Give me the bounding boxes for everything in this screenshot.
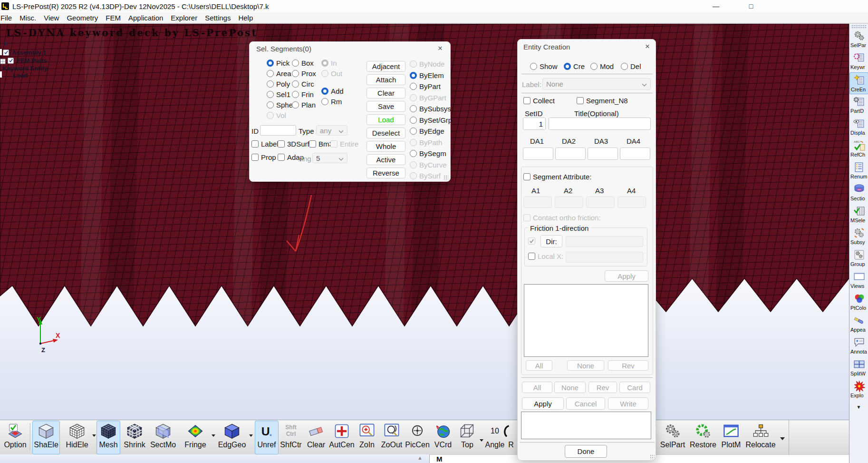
card-button[interactable]: Card (619, 382, 650, 393)
bm3-checkbox[interactable]: Bm3 (309, 140, 333, 148)
sidebar-item-selpart[interactable]: SelPar (849, 29, 868, 50)
apply-button[interactable]: Apply (522, 397, 564, 410)
toolbar-plotm[interactable]: PlotM (719, 421, 743, 454)
da2-input[interactable] (555, 148, 586, 160)
fringe-dropdown-arrow[interactable] (212, 434, 215, 437)
sidebar-item-display[interactable]: Displa (849, 116, 868, 138)
prop-checkbox[interactable]: Prop (251, 153, 276, 161)
toolbar-vcrd[interactable]: VCrd (433, 421, 453, 454)
toolbar-restore[interactable]: Restore (688, 421, 718, 454)
type-dropdown[interactable]: any (316, 125, 347, 136)
radio-byedge[interactable]: ByEdge (410, 127, 444, 135)
radio-pick[interactable]: Pick (267, 59, 289, 67)
toolbar-selpart[interactable]: SelPart (659, 421, 686, 454)
sidebar-more-arrow[interactable]: ▼ (849, 404, 868, 410)
radio-bysetgrp[interactable]: BySet/Grp (410, 116, 452, 124)
load-button[interactable]: Load (366, 114, 405, 125)
sidebar-item-annotate[interactable]: Annota (849, 335, 868, 357)
radio-byelem[interactable]: ByElem (410, 71, 444, 79)
menu-fem[interactable]: FEM (102, 14, 125, 22)
segment-attribute-checkbox[interactable]: Segment Attribute: (523, 173, 591, 180)
sidebar-item-partdata[interactable]: PartD (849, 94, 868, 116)
sidebar-item-group[interactable]: Group (849, 247, 868, 269)
adjacent-button[interactable]: Adjacent (366, 61, 405, 72)
minimize-button[interactable]: — (706, 0, 725, 12)
da4-input[interactable] (620, 148, 650, 160)
sidebar-item-ptcolor[interactable]: PtColo (849, 291, 868, 313)
resize-grip[interactable] (444, 175, 448, 180)
menu-view[interactable]: View (40, 14, 63, 22)
list-rev-button[interactable]: Rev (608, 360, 648, 371)
restore-button[interactable]: □ (742, 0, 761, 12)
radio-poly[interactable]: Poly (267, 80, 290, 88)
save-button[interactable]: Save (366, 101, 405, 112)
local-x-checkbox[interactable]: Local X: (528, 252, 563, 260)
menu-explorer[interactable]: Explorer (167, 14, 201, 22)
sidebar-item-views[interactable]: Views (849, 269, 868, 291)
da1-input[interactable] (523, 148, 553, 160)
segment-n8-checkbox[interactable]: Segment_N8 (577, 97, 628, 104)
radio-prox[interactable]: Prox (292, 69, 316, 77)
toolbar-fringe[interactable]: Fringe (182, 421, 209, 454)
clear-button[interactable]: Clear (366, 88, 405, 99)
close-icon[interactable]: × (435, 43, 445, 54)
ang-dropdown[interactable]: 5 (312, 153, 347, 163)
radio-cre[interactable]: Cre (564, 62, 585, 70)
toolbar-zoin[interactable]: ZoIn (357, 421, 377, 454)
select-none-button[interactable]: None (554, 382, 586, 393)
sidebar-item-renumber[interactable]: Renum (849, 160, 868, 182)
radio-box[interactable]: Box (292, 59, 314, 67)
sidebar-item-splitwindow[interactable]: SplitW (849, 357, 868, 379)
sidebar-item-refcheck[interactable]: ABCRefCh (849, 138, 868, 160)
radio-area[interactable]: Area (267, 69, 291, 77)
radio-add[interactable]: Add (321, 87, 344, 95)
menu-file[interactable]: File (0, 14, 16, 22)
toolbar-shaele[interactable]: ShaEle (32, 421, 60, 454)
toolbar-relocate[interactable]: Relocate (744, 421, 777, 454)
radio-bysegm[interactable]: BySegm (410, 149, 446, 157)
radio-bypart[interactable]: ByPart (410, 82, 441, 90)
radio-rm[interactable]: Rm (321, 98, 342, 105)
sidebar-item-subsys[interactable]: Subsy (849, 226, 868, 247)
collect-checkbox[interactable]: Collect (523, 97, 555, 104)
toolbar-edggeo[interactable]: EdgGeo (217, 421, 247, 454)
sidebar-item-appearance[interactable]: Appea (849, 313, 868, 335)
toolbar-mesh[interactable]: Mesh (96, 421, 120, 454)
label-dropdown[interactable]: None (542, 78, 651, 90)
done-button[interactable]: Done (565, 445, 607, 458)
assembly-checkbox[interactable] (3, 49, 9, 56)
list-none-button[interactable]: None (567, 360, 604, 371)
toolbar-unref[interactable]: U* Unref (255, 421, 279, 454)
reverse-button[interactable]: Reverse (366, 167, 405, 178)
sidebar-item-section[interactable]: Sectio (849, 182, 868, 204)
menu-help[interactable]: Help (234, 14, 257, 22)
radio-sphe[interactable]: Sphe (267, 101, 293, 108)
sidebar-item-explode[interactable]: Explo (849, 379, 868, 401)
segment-listbox[interactable] (524, 284, 648, 357)
radio-plan[interactable]: Plan (292, 101, 316, 108)
active-button[interactable]: Active (366, 154, 405, 165)
menu-geometry[interactable]: Geometry (63, 14, 102, 22)
sidebar-item-mselect[interactable]: MSele (849, 204, 868, 226)
message-textarea[interactable] (521, 412, 651, 439)
tree-expander-icon[interactable]: » (4, 39, 8, 48)
menu-settings[interactable]: Settings (201, 14, 234, 22)
da3-input[interactable] (588, 148, 618, 160)
radio-circ[interactable]: Circ (292, 80, 314, 88)
menu-application[interactable]: Application (125, 14, 167, 22)
tree-item-load[interactable]: Load (13, 72, 28, 79)
id-input[interactable] (260, 125, 296, 136)
close-icon[interactable]: × (642, 41, 653, 52)
radio-del[interactable]: Del (621, 62, 641, 70)
title-input[interactable] (549, 118, 651, 130)
deselect-button[interactable]: Deselect (366, 128, 405, 138)
radio-sel1[interactable]: Sel1 (267, 90, 290, 98)
radio-bysubsys[interactable]: BySubsys (410, 105, 451, 112)
radio-mod[interactable]: Mod (590, 62, 614, 70)
tree-item-assembly[interactable]: Assembly 1 (3, 49, 46, 56)
write-button[interactable]: Write (608, 397, 648, 410)
setid-input[interactable]: 1 (523, 118, 546, 130)
apply-attribute-button[interactable]: Apply (605, 270, 648, 282)
toolbar-rotate-partial[interactable]: R (503, 421, 519, 454)
toolbar-top[interactable]: Top (456, 421, 478, 454)
